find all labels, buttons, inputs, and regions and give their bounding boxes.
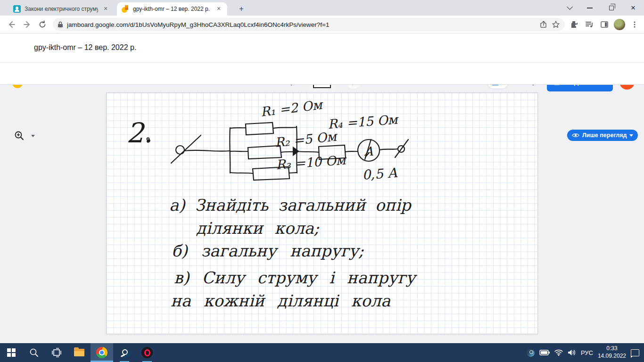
address-bar[interactable]: jamboard.google.com/d/1bUsVoMyuRpyM_g3Hh… <box>53 18 565 31</box>
document-title[interactable]: gpy-ikth-omr – 12 вер. 2022 р. <box>34 43 136 52</box>
action-center-icon[interactable] <box>631 349 639 356</box>
view-only-caret-icon <box>629 134 633 137</box>
tab-title: gpy-ikth-omr – 12 вер. 2022 р. - <box>133 6 211 12</box>
tab-title: Закони електричного струму <box>25 6 98 12</box>
opera-gx-taskbar-button[interactable] <box>136 343 158 362</box>
share-page-icon[interactable] <box>539 20 548 29</box>
browser-menu-kebab-icon[interactable] <box>629 19 640 30</box>
start-button[interactable] <box>0 343 23 362</box>
windows-logo-icon <box>7 348 16 357</box>
task-number: 2. <box>126 117 152 149</box>
chrome-taskbar-button[interactable] <box>91 343 113 362</box>
tab-zakony-elektrychnoho-strumu[interactable]: Закони електричного струму × <box>8 2 114 16</box>
taskbar-clock[interactable]: 0:33 14.09.2022 <box>598 345 626 360</box>
eye-icon <box>572 132 579 138</box>
ammeter-letter: А <box>364 144 373 158</box>
tab-search-chevron-icon[interactable] <box>558 0 579 16</box>
extension-playlist-icon[interactable] <box>584 19 595 30</box>
r3-label: R₃ =10 Ом <box>275 152 347 172</box>
steam-taskbar-button[interactable] <box>113 343 136 362</box>
jamboard-header: gpy-ikth-omr – 12 вер. 2022 р. 2 / 2 Под… <box>0 33 644 62</box>
taskbar-search-button[interactable] <box>23 343 45 362</box>
r1-label: R₁ =2 Ом <box>260 97 324 119</box>
extensions-puzzle-icon[interactable] <box>569 19 580 30</box>
wifi-icon[interactable] <box>554 349 563 356</box>
side-panel-icon[interactable] <box>599 19 610 30</box>
task-view-button[interactable] <box>45 343 68 362</box>
search-icon <box>29 348 39 357</box>
volume-icon[interactable] <box>568 349 576 356</box>
new-tab-button[interactable]: + <box>236 3 247 15</box>
site-favicon <box>13 5 21 13</box>
steam-tray-icon[interactable] <box>527 349 535 357</box>
browser-profile-avatar[interactable] <box>614 19 625 30</box>
reload-icon[interactable] <box>37 19 48 30</box>
browser-toolbar: jamboard.google.com/d/1bUsVoMyuRpyM_g3Hh… <box>0 16 644 33</box>
whiteboard-canvas[interactable]: 2. <box>106 92 538 334</box>
ammeter-reading: 0,5 А <box>362 165 398 183</box>
task-line-v: в) Силу струму і напругу <box>174 268 418 287</box>
language-indicator[interactable]: РУС <box>581 349 593 356</box>
r4-label: R₄ =15 Ом <box>327 112 399 131</box>
forward-icon[interactable] <box>22 19 33 30</box>
chrome-icon <box>96 347 107 358</box>
task-line-v2: на кожній ділянці кола <box>171 291 391 310</box>
tab-close-icon[interactable]: × <box>215 5 223 13</box>
bookmark-star-icon[interactable] <box>552 20 560 29</box>
folder-icon <box>74 349 84 356</box>
task-line-a2: ділянки кола; <box>196 219 320 238</box>
steam-icon <box>119 347 130 358</box>
view-only-label: Лише перегляд <box>582 132 627 139</box>
r2-label: R₂ =5 Ом <box>274 129 339 150</box>
window-restore-button[interactable] <box>601 0 622 16</box>
zoom-caret-icon <box>31 135 35 137</box>
opera-gx-icon <box>141 347 153 358</box>
file-explorer-button[interactable] <box>68 343 91 362</box>
tab-close-icon[interactable]: × <box>102 5 109 13</box>
screen: Закони електричного струму × gpy-ikth-om… <box>0 0 644 362</box>
task-view-icon <box>52 348 61 357</box>
window-close-button[interactable]: × <box>622 0 644 16</box>
clock-time: 0:33 <box>606 345 617 352</box>
view-only-button[interactable]: Лише перегляд <box>567 130 638 141</box>
jamboard-favicon <box>122 5 129 13</box>
back-icon[interactable] <box>6 19 17 30</box>
zoom-tool[interactable] <box>14 130 40 141</box>
browser-tab-strip: Закони електричного струму × gpy-ikth-om… <box>0 0 644 16</box>
zoom-in-icon <box>14 131 25 141</box>
url-text: jamboard.google.com/d/1bUsVoMyuRpyM_g3Hh… <box>67 21 536 28</box>
clock-date: 14.09.2022 <box>598 353 626 359</box>
tab-jamboard-active[interactable]: gpy-ikth-omr – 12 вер. 2022 р. - × <box>117 2 227 16</box>
lock-icon <box>58 21 63 28</box>
task-line-a: а) Знайдіть загальний опір <box>169 196 412 214</box>
handwritten-ink: 2. <box>107 93 538 335</box>
task-line-b: б) загальну напругу; <box>172 241 364 260</box>
jamboard-tool-row: Лише перегляд <box>0 62 644 85</box>
battery-icon[interactable] <box>539 350 550 355</box>
window-minimize-button[interactable] <box>579 0 601 16</box>
system-tray: РУС 0:33 14.09.2022 <box>527 343 644 362</box>
